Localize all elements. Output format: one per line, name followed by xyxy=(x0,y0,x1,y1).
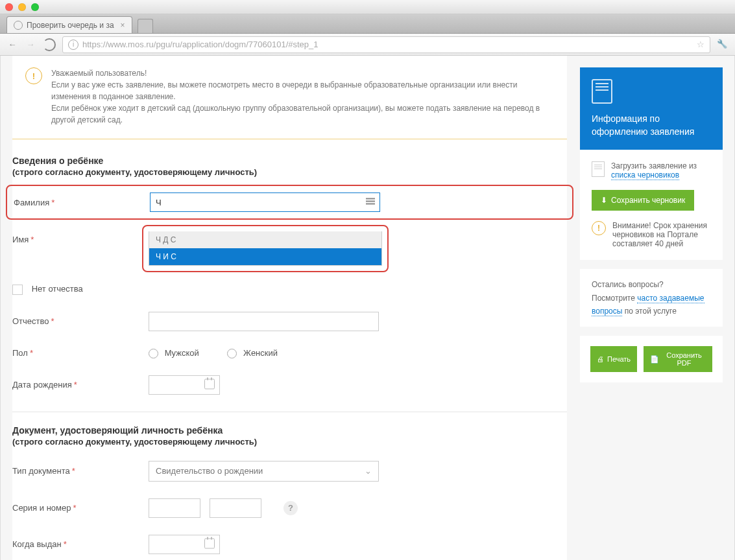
reload-icon[interactable] xyxy=(43,38,56,51)
download-icon: ⬇ xyxy=(601,196,607,205)
list-icon[interactable] xyxy=(366,197,375,208)
browser-addressbar: ← → i https://www.mos.ru/pgu/ru/applicat… xyxy=(0,34,735,56)
save-pdf-button[interactable]: 📄 Сохранить PDF xyxy=(644,346,712,372)
surname-label: Фамилия* xyxy=(14,198,150,207)
info-icon: ! xyxy=(25,67,42,84)
section-child-subtitle: (строго согласно документу, удостоверяющ… xyxy=(12,167,567,177)
browser-menu-icon[interactable]: 🔧 xyxy=(717,39,729,51)
forward-button[interactable]: → xyxy=(25,40,36,49)
url-field[interactable]: i https://www.mos.ru/pgu/ru/application/… xyxy=(62,36,710,53)
draft-warning-text: Внимание! Срок хранения черновиков на По… xyxy=(612,221,711,248)
gender-male-radio[interactable] xyxy=(149,349,158,358)
surname-highlight: Фамилия* xyxy=(6,185,573,220)
calendar-icon[interactable] xyxy=(204,379,215,391)
series-input[interactable] xyxy=(149,498,200,518)
url-text: https://www.mos.ru/pgu/ru/application/do… xyxy=(82,40,319,49)
gender-female-radio[interactable] xyxy=(227,349,237,358)
gender-male-label: Мужской xyxy=(165,348,199,358)
save-draft-button[interactable]: ⬇ Сохранить черновик xyxy=(592,190,694,211)
window-traffic-lights xyxy=(0,0,735,14)
gender-label: Пол* xyxy=(12,348,149,358)
doctype-select[interactable]: Свидетельство о рождении ⌄ xyxy=(149,461,379,482)
name-autocomplete-highlight: Ч Д С Ч И С xyxy=(142,225,389,272)
sidebar-header-title: Информация по оформлению заявления xyxy=(592,113,711,138)
help-icon[interactable]: ? xyxy=(283,501,298,515)
back-button[interactable]: ← xyxy=(6,40,18,49)
minimize-window-icon[interactable] xyxy=(18,3,26,11)
drafts-link[interactable]: списка черновиков xyxy=(611,170,679,180)
section-child-title: Сведения о ребёнке xyxy=(12,156,567,166)
faq-heading: Остались вопросы? xyxy=(592,278,711,291)
autocomplete-item-selected[interactable]: Ч И С xyxy=(149,248,381,265)
notice-text: Уважаемый пользователь! Если у вас уже е… xyxy=(51,67,554,126)
close-tab-icon[interactable]: × xyxy=(121,21,125,30)
name-label: Имя* xyxy=(12,235,149,244)
bookmark-star-icon[interactable]: ☆ xyxy=(697,40,705,49)
globe-icon xyxy=(14,21,23,30)
close-window-icon[interactable] xyxy=(5,3,13,11)
patronymic-label: Отчество* xyxy=(12,316,149,326)
doctype-label: Тип документа* xyxy=(12,466,149,476)
browser-tab[interactable]: Проверить очередь и за × xyxy=(6,16,132,33)
pdf-icon: 📄 xyxy=(650,355,659,364)
gender-female-label: Женский xyxy=(243,348,278,358)
site-info-icon[interactable]: i xyxy=(68,40,78,50)
number-input[interactable] xyxy=(210,498,261,518)
warning-icon: ! xyxy=(592,221,606,235)
no-patronymic-checkbox[interactable] xyxy=(12,285,23,295)
surname-input[interactable] xyxy=(150,192,380,212)
chevron-down-icon: ⌄ xyxy=(365,466,372,476)
print-button[interactable]: 🖨 Печать xyxy=(590,346,637,372)
birthdate-label: Дата рождения* xyxy=(12,380,149,390)
browser-tabbar: Проверить очередь и за × xyxy=(0,14,735,34)
print-icon: 🖨 xyxy=(597,355,604,363)
no-patronymic-label: Нет отчества xyxy=(32,284,83,294)
faq-text: Посмотрите часто задаваемые вопросы по э… xyxy=(592,292,711,318)
patronymic-input[interactable] xyxy=(149,312,379,331)
calendar-icon[interactable] xyxy=(204,538,215,550)
draft-doc-icon xyxy=(592,161,605,177)
issued-date-label: Когда выдан* xyxy=(12,539,149,549)
document-icon xyxy=(592,79,612,104)
autocomplete-item[interactable]: Ч Д С xyxy=(149,231,381,248)
section-doc-title: Документ, удостоверяющий личность ребёнк… xyxy=(12,425,567,436)
new-tab-button[interactable] xyxy=(138,19,153,33)
sidebar-header: Информация по оформлению заявления xyxy=(580,67,723,150)
section-doc-subtitle: (строго согласно документу, удостоверяющ… xyxy=(12,437,567,447)
series-label: Серия и номер* xyxy=(12,503,149,513)
tab-title: Проверить очередь и за xyxy=(27,21,114,30)
maximize-window-icon[interactable] xyxy=(31,3,39,11)
load-draft-text: Загрузить заявление из списка черновиков xyxy=(611,161,711,180)
